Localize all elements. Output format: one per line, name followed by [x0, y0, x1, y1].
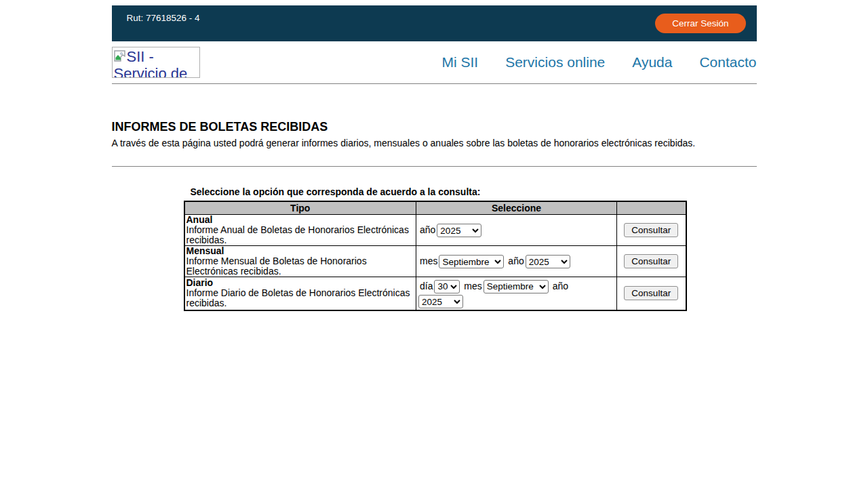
table-header-row: Tipo Seleccione	[184, 201, 686, 214]
select-ano[interactable]: 2025	[418, 295, 463, 308]
report-params-cell: año2025	[416, 214, 617, 245]
report-type-cell: AnualInforme Anual de Boletas de Honorar…	[184, 214, 416, 245]
report-action-cell: Consultar	[617, 277, 686, 310]
page-container: Rut: 77618526 - 4 Cerrar Sesión SII - Se…	[112, 5, 757, 311]
page-subtitle: A través de esta página usted podrá gene…	[112, 138, 757, 148]
field-label-ano: año	[553, 281, 568, 291]
table-row: MensualInforme Mensual de Boletas de Hon…	[184, 245, 686, 277]
nav-ayuda[interactable]: Ayuda	[632, 54, 672, 70]
form-intro: Seleccione la opción que corresponda de …	[191, 186, 757, 197]
main-nav: Mi SII Servicios online Ayuda Contacto	[442, 54, 757, 70]
page-title: INFORMES DE BOLETAS RECIBIDAS	[112, 120, 757, 134]
section-divider	[112, 166, 757, 167]
logout-button[interactable]: Cerrar Sesión	[655, 14, 745, 33]
broken-image-icon	[114, 50, 125, 62]
consultar-button[interactable]: Consultar	[624, 254, 678, 268]
rut-label: Rut: 77618526 - 4	[112, 5, 200, 41]
header-divider	[112, 83, 757, 84]
consultar-button[interactable]: Consultar	[624, 286, 678, 300]
nav-contacto[interactable]: Contacto	[699, 54, 756, 70]
report-action-cell: Consultar	[617, 245, 686, 277]
logout-wrap: Cerrar Sesión	[655, 14, 745, 33]
site-header: SII - Servicio de Mi SII Servicios onlin…	[112, 41, 757, 83]
select-mes[interactable]: Septiembre	[484, 280, 549, 293]
session-bar: Rut: 77618526 - 4 Cerrar Sesión	[112, 5, 757, 41]
field-label-mes: mes	[464, 281, 481, 291]
field-label-ano: año	[420, 224, 435, 235]
reports-table: Tipo Seleccione AnualInforme Anual de Bo…	[184, 201, 687, 311]
select-mes[interactable]: Septiembre	[439, 255, 504, 268]
report-params-cell: mesSeptiembre año2025	[416, 245, 617, 277]
report-params-cell: día30 mesSeptiembre año2025	[416, 277, 617, 310]
nav-servicios-online[interactable]: Servicios online	[505, 54, 605, 70]
field-label-ano: año	[508, 256, 524, 266]
select-ano[interactable]: 2025	[526, 255, 570, 268]
report-description: Informe Mensual de Boletas de Honorarios…	[186, 256, 367, 277]
report-type: Diario	[186, 278, 415, 288]
nav-mi-sii[interactable]: Mi SII	[442, 54, 479, 70]
report-action-cell: Consultar	[617, 214, 686, 245]
field-label-mes: mes	[420, 256, 437, 266]
sii-logo-broken-image[interactable]: SII - Servicio de	[112, 47, 200, 78]
report-type: Anual	[186, 215, 415, 225]
field-label-dia: día	[420, 281, 433, 291]
select-ano[interactable]: 2025	[437, 224, 481, 237]
column-header-tipo: Tipo	[184, 201, 416, 214]
report-description: Informe Diario de Boletas de Honorarios …	[186, 287, 410, 308]
table-row: AnualInforme Anual de Boletas de Honorar…	[184, 214, 686, 245]
report-type: Mensual	[186, 246, 415, 256]
report-description: Informe Anual de Boletas de Honorarios E…	[186, 224, 409, 245]
report-type-cell: DiarioInforme Diario de Boletas de Honor…	[184, 277, 416, 310]
select-dia[interactable]: 30	[434, 280, 460, 293]
report-type-cell: MensualInforme Mensual de Boletas de Hon…	[184, 245, 416, 277]
column-header-actions	[617, 201, 686, 214]
consultar-button[interactable]: Consultar	[624, 223, 678, 237]
column-header-seleccione: Seleccione	[416, 201, 617, 214]
table-row: DiarioInforme Diario de Boletas de Honor…	[184, 277, 686, 310]
